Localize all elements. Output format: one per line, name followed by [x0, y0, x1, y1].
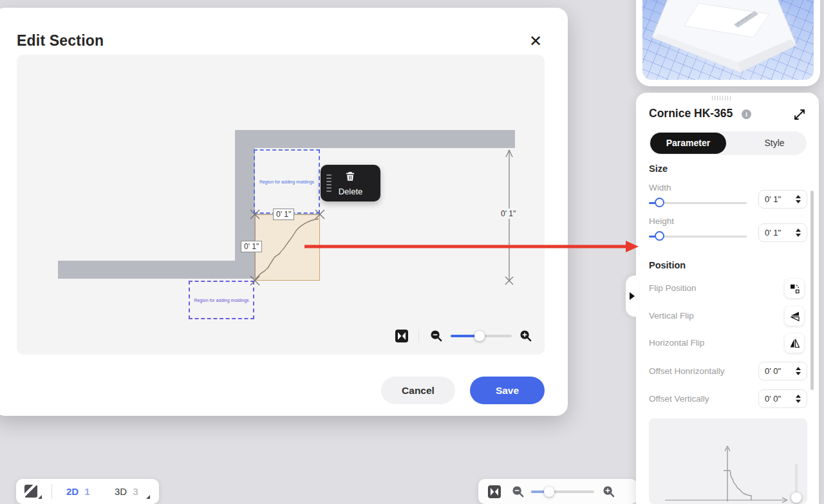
molding-region-bottom-label: Region for adding moldings	[194, 298, 248, 303]
height-increment-icon[interactable]	[796, 229, 801, 232]
height-slider-thumb[interactable]	[655, 231, 664, 241]
hatch-pattern-icon[interactable]	[24, 485, 37, 498]
ceiling-model-graphic	[642, 0, 814, 80]
offset-vertical-stepper[interactable]: 0' 0"	[758, 389, 807, 408]
height-label: Height	[649, 216, 674, 226]
width-label: Width	[649, 183, 671, 192]
save-button[interactable]: Save	[470, 377, 545, 404]
viewbar-dropdown-corner-icon[interactable]	[146, 495, 150, 499]
horizontal-flip-icon	[789, 338, 800, 349]
vertical-flip-button[interactable]	[785, 306, 804, 326]
offset-vertical-decrement-icon[interactable]	[796, 400, 801, 403]
offset-vertical-value[interactable]: 0' 0"	[765, 394, 781, 404]
offset-vertical-label: Offset Vertically	[649, 394, 709, 404]
app-root: 2D 1 3D 3 Edit Section ✕	[0, 0, 824, 504]
model-preview-viewport[interactable]	[642, 0, 814, 80]
width-slider[interactable]	[649, 198, 747, 208]
height-slider[interactable]	[649, 231, 747, 241]
offset-horizontal-value[interactable]: 0' 0"	[765, 366, 781, 376]
cornice-parameter-panel: Cornice HK-365 i Parameter Style Size Wi…	[636, 93, 819, 504]
tab-3d[interactable]: 3D 3	[115, 479, 138, 504]
tab-3d-label: 3D	[115, 486, 127, 497]
expand-icon[interactable]	[792, 107, 807, 122]
vertical-flip-label: Vertical Flip	[649, 311, 694, 321]
canvas-zoom-out-icon[interactable]	[430, 330, 442, 342]
tab-2d[interactable]: 2D 1	[66, 479, 90, 504]
tab-parameter[interactable]: Parameter	[650, 133, 726, 154]
profile-axes-graphic	[649, 418, 807, 504]
canvas-fit-screen-icon[interactable]	[395, 330, 408, 342]
toolbar-divider	[52, 484, 52, 499]
size-section-title: Size	[649, 163, 668, 174]
modal-title: Edit Section	[17, 32, 104, 50]
flip-position-label: Flip Position	[649, 283, 697, 293]
height-stepper[interactable]: 0' 1"	[758, 223, 807, 242]
section-editor-canvas[interactable]: Region for adding moldings Region for ad…	[17, 55, 545, 355]
canvas-zoom-slider-thumb[interactable]	[474, 331, 485, 341]
cornice-section-shape[interactable]	[255, 214, 320, 281]
close-icon[interactable]: ✕	[525, 31, 546, 51]
panel-title: Cornice HK-365	[649, 107, 733, 120]
tab-2d-label: 2D	[66, 486, 79, 497]
tab-3d-count: 3	[133, 486, 138, 497]
delete-button-label: Delete	[321, 187, 380, 196]
offset-horizontal-stepper[interactable]: 0' 0"	[758, 362, 807, 380]
profile-preview[interactable]	[649, 418, 807, 504]
dimension-label-width: 0' 1"	[273, 209, 294, 220]
delete-button[interactable]: Delete	[321, 165, 380, 201]
horizontal-flip-label: Horizontal Flip	[649, 338, 704, 348]
offset-vertical-increment-icon[interactable]	[796, 395, 801, 398]
flip-position-button[interactable]	[785, 279, 804, 298]
height-decrement-icon[interactable]	[796, 234, 801, 237]
main-zoom-toolbar	[478, 479, 637, 504]
width-stepper[interactable]: 0' 1"	[758, 190, 807, 209]
canvas-zoom-toolbar	[390, 328, 532, 344]
position-section-title: Position	[649, 260, 686, 270]
hatch-dropdown-corner-icon	[38, 495, 42, 499]
offset-horizontal-decrement-icon[interactable]	[796, 372, 801, 375]
main-zoom-slider-thumb[interactable]	[544, 487, 554, 497]
molding-region-top-label: Region for adding moldings	[259, 180, 314, 184]
height-value[interactable]: 0' 1"	[765, 228, 781, 238]
dimension-label-height: 0' 1"	[241, 241, 262, 252]
vertical-flip-icon	[789, 311, 800, 322]
dimension-label-right: 0' 1"	[498, 209, 518, 219]
width-value[interactable]: 0' 1"	[765, 194, 781, 204]
profile-preview-slider-thumb[interactable]	[791, 492, 801, 503]
wall-top-bar	[235, 130, 515, 148]
molding-region-top[interactable]: Region for adding moldings	[254, 149, 320, 214]
panel-collapse-handle[interactable]	[626, 275, 639, 317]
panel-drag-handle[interactable]	[712, 96, 731, 100]
wall-bottom-bar	[58, 261, 255, 279]
width-decrement-icon[interactable]	[796, 200, 801, 203]
flip-position-icon	[789, 283, 800, 294]
offset-horizontal-label: Offset Honrizontally	[649, 366, 725, 376]
canvas-zoom-in-icon[interactable]	[520, 330, 532, 342]
cancel-button[interactable]: Cancel	[381, 377, 455, 404]
info-icon[interactable]: i	[742, 109, 751, 119]
view-switcher-toolbar: 2D 1 3D 3	[16, 479, 159, 504]
panel-scrollbar[interactable]	[810, 191, 814, 390]
zoom-in-icon[interactable]	[603, 485, 615, 498]
canvas-toolbar-divider	[418, 330, 419, 342]
zoom-out-icon[interactable]	[512, 485, 524, 498]
offset-horizontal-increment-icon[interactable]	[796, 367, 801, 370]
edit-section-modal: Edit Section ✕ Region for adding molding…	[0, 8, 568, 416]
width-increment-icon[interactable]	[796, 195, 801, 198]
wall-vertical	[235, 148, 255, 279]
width-slider-thumb[interactable]	[655, 198, 664, 207]
model-preview-card	[636, 0, 820, 86]
tab-style[interactable]: Style	[745, 131, 803, 155]
fit-screen-icon[interactable]	[488, 485, 501, 498]
panel-tabs: Parameter Style	[649, 131, 807, 155]
molding-region-bottom[interactable]: Region for adding moldings	[189, 281, 254, 319]
tab-2d-count: 1	[84, 486, 89, 497]
horizontal-flip-button[interactable]	[785, 333, 804, 353]
chevron-right-icon	[630, 292, 635, 300]
trash-icon	[344, 171, 356, 182]
